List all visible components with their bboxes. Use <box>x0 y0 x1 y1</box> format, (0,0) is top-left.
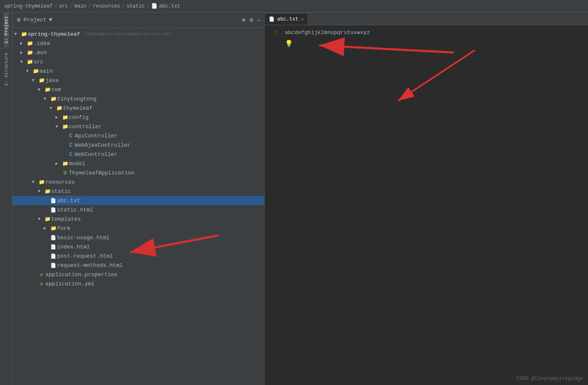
html-file-icon: 📄 <box>50 244 57 250</box>
minimize-icon[interactable]: — <box>257 17 261 24</box>
arrow-icon: ▼ <box>20 60 26 64</box>
tree-item-index-html[interactable]: 📄 index.html <box>13 242 264 251</box>
tree-item-controller[interactable]: ▼ 📁 controller <box>13 122 264 131</box>
html-file-icon: 📄 <box>50 207 57 213</box>
tab-close-button[interactable]: ✕ <box>301 16 304 22</box>
breadcrumb-part: spring-thymeleaf <box>4 3 52 9</box>
breadcrumb-filename: abc.txt <box>159 3 180 9</box>
tree-item-resources[interactable]: ▼ 📁 resources <box>13 177 264 187</box>
breadcrumb-sep: / <box>70 3 73 9</box>
arrow-icon: ▼ <box>14 32 20 37</box>
tree-item-static-html[interactable]: 📄 static.html <box>13 205 264 214</box>
java-c-icon: C <box>67 151 75 157</box>
folder-icon: 📁 <box>26 59 34 65</box>
tree-item-spring-thymeleaf[interactable]: ▼ 📁 spring-thymeleaf ~/Documents/workspa… <box>13 29 264 39</box>
folder-icon: 📁 <box>55 105 63 111</box>
item-label: basic-usage.html <box>57 235 110 241</box>
project-label: Project <box>24 17 47 23</box>
item-label: application.yml <box>45 281 94 287</box>
right-panel: 📄 abc.txt ✕ 1 abcdefghijklmnopqrstuvwxyz… <box>265 13 588 385</box>
txt-file-icon: 📄 <box>50 198 57 203</box>
item-label: controller <box>69 124 102 130</box>
breadcrumb-sep: / <box>146 3 149 9</box>
item-label: index.html <box>57 244 90 250</box>
tree-item-post-request[interactable]: 📄 post-request.html <box>13 251 264 261</box>
sidebar-tab-structure[interactable]: 2: Structure <box>4 49 9 89</box>
java-c-icon: C <box>67 142 75 148</box>
tree-item-abc-txt[interactable]: 📄 abc.txt <box>13 196 264 205</box>
project-title: 🖥 Project ▼ <box>16 17 52 23</box>
spring-icon: ⚙ <box>61 170 69 176</box>
breadcrumb-sep: / <box>54 3 57 9</box>
tree-item-java[interactable]: ▼ 📁 java <box>13 76 264 85</box>
tab-abc-txt[interactable]: 📄 abc.txt ✕ <box>265 13 308 25</box>
arrow-icon: ▼ <box>32 180 38 185</box>
item-label: templates <box>51 216 81 222</box>
item-label: main <box>39 68 52 74</box>
tree-item-thymeleaf[interactable]: ▼ 📁 thymeleaf <box>13 103 264 113</box>
sidebar: 1: Project 2: Structure <box>0 13 13 385</box>
tree-item-web-controller[interactable]: C WebController <box>13 150 264 159</box>
folder-icon: 📁 <box>61 161 69 166</box>
arrow-icon: ▶ <box>55 161 61 166</box>
tree-item-webajax-controller[interactable]: C WebAjaxController <box>13 140 264 150</box>
html-file-icon: 📄 <box>50 253 57 259</box>
tree-item-mvn[interactable]: ▶ 📁 .mvn <box>13 48 264 57</box>
arrow-icon: ▼ <box>26 69 32 74</box>
breadcrumb-part: resources <box>93 3 120 9</box>
file-tree-panel: 🖥 Project ▼ ⊕ ⚙ — ▼ 📁 spring-thymeleaf ~… <box>13 13 265 385</box>
tree-item-api-controller[interactable]: C ApiController <box>13 131 264 140</box>
watermark: CSDN @tinyvampirepudge <box>517 376 583 382</box>
tree-item-templates[interactable]: ▼ 📁 templates <box>13 214 264 224</box>
tree-item-form[interactable]: ▶ 📁 form <box>13 224 264 233</box>
arrow-icon: ▼ <box>32 78 38 83</box>
tree-item-main[interactable]: ▼ 📁 main <box>13 66 264 76</box>
item-label: config <box>69 114 89 121</box>
item-label: com <box>51 87 61 93</box>
tree-item-com[interactable]: ▼ 📁 com <box>13 85 264 94</box>
item-label: thymeleaf <box>63 105 92 111</box>
tree-item-thymeleaf-application[interactable]: ⚙ ThymeleafApplication <box>13 168 264 177</box>
breadcrumb-part: main <box>74 3 87 9</box>
tree-item-basic-usage[interactable]: 📄 basic-usage.html <box>13 233 264 242</box>
html-file-icon: 📄 <box>50 235 57 240</box>
project-dropdown-icon[interactable]: ▼ <box>49 17 52 23</box>
item-label: .mvn <box>34 50 47 56</box>
project-path: ~/Documents/workspace/server/spr <box>83 32 171 37</box>
tree-item-tinytongtong[interactable]: ▼ 📁 tinytongtong <box>13 94 264 103</box>
tree-item-request-methods[interactable]: 📄 request-methods.html <box>13 261 264 270</box>
file-tree: ▼ 📁 spring-thymeleaf ~/Documents/workspa… <box>13 28 264 385</box>
settings-icon[interactable]: ⚙ <box>249 16 253 24</box>
sidebar-tab-project[interactable]: 1: Project <box>4 13 9 47</box>
tree-item-app-yml[interactable]: ⚙ application.yml <box>13 279 264 288</box>
item-label: java <box>45 77 58 84</box>
editor-content[interactable]: abcdefghijklmnopqrstuvwxyz 💡 <box>281 25 588 385</box>
file-tree-header: 🖥 Project ▼ ⊕ ⚙ — <box>13 13 264 28</box>
item-label: request-methods.html <box>57 262 123 269</box>
tree-item-idea[interactable]: ▶ 📁 .idea <box>13 39 264 48</box>
folder-icon: 📁 <box>20 31 28 37</box>
tree-item-src[interactable]: ▼ 📁 src <box>13 57 264 66</box>
yml-file-icon: ⚙ <box>38 281 45 287</box>
folder-icon: 📁 <box>61 124 69 129</box>
item-label: tinytongtong <box>57 96 97 102</box>
item-label: post-request.html <box>57 253 113 259</box>
item-label: application.properties <box>45 272 118 278</box>
folder-icon: 📁 <box>26 40 34 46</box>
tab-file-icon: 📄 <box>269 16 275 22</box>
add-icon[interactable]: ⊕ <box>242 16 245 24</box>
item-label: src <box>34 59 43 65</box>
window-icon: 🖥 <box>16 17 21 23</box>
item-label: static.html <box>57 207 93 213</box>
arrow-icon: ▼ <box>50 106 55 111</box>
item-label: form <box>57 225 70 232</box>
tree-item-model[interactable]: ▶ 📁 model <box>13 159 264 168</box>
arrow-icon: ▶ <box>20 50 26 55</box>
breadcrumb-sep: / <box>122 3 125 9</box>
arrow-icon: ▼ <box>38 87 44 92</box>
tree-item-config[interactable]: ▶ 📁 config <box>13 113 264 122</box>
sidebar-divider <box>0 48 12 48</box>
arrow-icon: ▶ <box>55 115 61 120</box>
tree-item-static[interactable]: ▼ 📁 static <box>13 187 264 196</box>
tree-item-app-properties[interactable]: ⚙ application.properties <box>13 270 264 279</box>
